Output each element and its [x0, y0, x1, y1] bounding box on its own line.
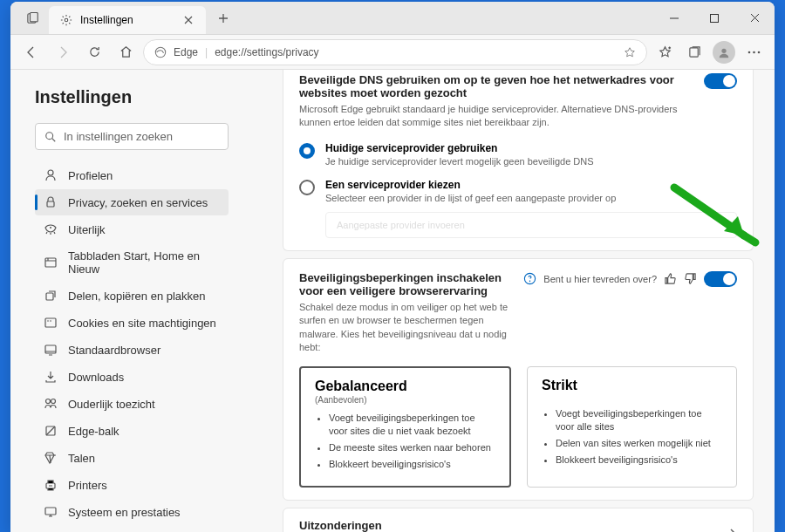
sidebar-icon	[44, 451, 58, 465]
collections-button[interactable]	[680, 38, 708, 66]
search-icon	[44, 131, 57, 143]
sidebar-item-label: Tabbladen Start, Home en Nieuw	[68, 249, 220, 276]
sidebar-item-4[interactable]: Delen, kopiëren en plakken	[35, 283, 229, 309]
sidebar-item-label: Talen	[68, 452, 95, 465]
sidebar-item-label: Privacy, zoeken en services	[68, 196, 208, 209]
url-text: edge://settings/privacy	[215, 46, 318, 58]
sidebar-item-2[interactable]: Uiterlijk	[35, 216, 229, 242]
menu-button[interactable]	[740, 38, 768, 66]
svg-rect-5	[689, 48, 697, 57]
sidebar-icon	[44, 222, 58, 236]
sidebar-item-label: Downloads	[68, 371, 124, 384]
profile-button[interactable]	[710, 38, 738, 66]
sidebar-icon	[44, 316, 58, 330]
minimize-button[interactable]	[654, 2, 694, 35]
sidebar-item-1[interactable]: Privacy, zoeken en services	[35, 189, 229, 215]
toolbar: Edge | edge://settings/privacy	[10, 35, 775, 70]
sidebar-icon	[44, 424, 58, 438]
sidebar-item-9[interactable]: Edge-balk	[35, 418, 229, 444]
svg-rect-16	[45, 318, 56, 327]
svg-point-6	[721, 48, 726, 52]
sidebar-icon	[44, 478, 58, 492]
security-mode-title: Beveiligingsbeperkingen inschakelen voor…	[299, 271, 515, 297]
chevron-right-icon	[728, 528, 737, 532]
titlebar: Instellingen	[10, 2, 775, 35]
sidebar-item-label: Standaardbrowser	[68, 344, 160, 357]
sidebar-icon	[44, 195, 58, 209]
dns-provider-input: Aangepaste provider invoeren	[325, 212, 737, 238]
svg-rect-3	[711, 14, 719, 22]
dns-current-provider-radio[interactable]	[299, 143, 315, 159]
svg-point-10	[46, 132, 53, 139]
close-icon[interactable]	[181, 13, 195, 27]
svg-point-13	[50, 227, 51, 228]
read-aloud-icon[interactable]	[624, 46, 636, 58]
sidebar-item-12[interactable]: Systeem en prestaties	[35, 499, 229, 525]
svg-rect-15	[46, 293, 53, 300]
dns-section-sub: Microsoft Edge gebruikt standaard je hui…	[299, 103, 695, 130]
sidebar-item-label: Printers	[68, 479, 107, 492]
secure-dns-toggle[interactable]	[704, 73, 737, 89]
home-button[interactable]	[112, 38, 140, 66]
sidebar-icon	[44, 256, 58, 269]
refresh-button[interactable]	[80, 38, 108, 66]
svg-point-9	[757, 51, 760, 53]
sidebar-item-label: Ouderlijk toezicht	[68, 398, 155, 411]
sidebar-item-3[interactable]: Tabbladen Start, Home en Nieuw	[35, 243, 229, 282]
sidebar-icon	[44, 505, 58, 519]
tab-title: Instellingen	[80, 14, 133, 26]
sidebar-icon	[44, 397, 58, 411]
exceptions-row[interactable]: Uitzonderingen Deze functie uitschakelen…	[283, 508, 754, 532]
close-window-button[interactable]	[734, 2, 775, 35]
strict-level-card[interactable]: Strikt Voegt beveiligingsbeperkingen toe…	[527, 366, 737, 487]
sidebar-item-13[interactable]: Instellingen opnieuw instellen	[35, 526, 229, 532]
dns-section-title: Beveiligde DNS gebruiken om op te geven …	[299, 73, 695, 99]
sidebar-item-10[interactable]: Talen	[35, 445, 229, 471]
svg-rect-14	[45, 258, 56, 267]
svg-point-2	[65, 18, 68, 22]
sidebar-item-0[interactable]: Profielen	[35, 162, 229, 188]
address-bar[interactable]: Edge | edge://settings/privacy	[143, 39, 647, 65]
thumbs-down-icon[interactable]	[684, 272, 697, 285]
new-tab-button[interactable]	[211, 6, 236, 31]
forward-button[interactable]	[49, 38, 77, 66]
sidebar-item-label: Cookies en site machtigingen	[68, 317, 216, 330]
info-icon[interactable]	[523, 272, 536, 285]
tab-actions-button[interactable]	[17, 3, 49, 34]
edge-logo-icon	[154, 46, 167, 58]
svg-point-11	[48, 170, 53, 175]
settings-content: Beveiligde DNS gebruiken om op te geven …	[239, 70, 775, 532]
sidebar-item-label: Delen, kopiëren en plakken	[68, 290, 206, 303]
sidebar-item-label: Uiterlijk	[68, 223, 106, 236]
back-button[interactable]	[17, 38, 45, 66]
sidebar-item-7[interactable]: Downloads	[35, 364, 229, 390]
maximize-button[interactable]	[694, 2, 734, 35]
browser-window: Instellingen Edge | edge://settings/priv…	[10, 2, 775, 532]
browser-tab[interactable]: Instellingen	[49, 6, 206, 34]
svg-rect-1	[31, 12, 38, 22]
sidebar-icon	[44, 168, 58, 182]
dns-choose-provider-radio[interactable]	[299, 180, 315, 195]
sidebar-icon	[44, 343, 58, 357]
sidebar-icon	[44, 289, 58, 303]
sidebar-item-6[interactable]: Standaardbrowser	[35, 337, 229, 363]
balanced-level-card[interactable]: Gebalanceerd (Aanbevolen) Voegt beveilig…	[299, 366, 511, 487]
svg-point-8	[753, 51, 755, 53]
favorites-button[interactable]	[651, 38, 679, 66]
sidebar-item-8[interactable]: Ouderlijk toezicht	[35, 391, 229, 417]
gear-icon	[59, 13, 73, 27]
feedback-label: Bent u hier tevreden over?	[543, 274, 657, 284]
sidebar-item-11[interactable]: Printers	[35, 472, 229, 498]
security-mode-toggle[interactable]	[704, 271, 737, 287]
svg-rect-19	[45, 345, 56, 353]
settings-search-input[interactable]: In instellingen zoeken	[35, 123, 229, 150]
thumbs-up-icon[interactable]	[664, 272, 677, 285]
site-identity: Edge	[174, 46, 198, 58]
sidebar-item-label: Edge-balk	[68, 425, 119, 438]
sidebar-item-5[interactable]: Cookies en site machtigingen	[35, 310, 229, 336]
security-mode-sub: Schakel deze modus in om veiliger op het…	[299, 301, 515, 355]
svg-point-21	[51, 399, 56, 404]
svg-rect-12	[47, 201, 54, 207]
svg-point-18	[50, 320, 51, 322]
svg-rect-24	[45, 508, 56, 515]
